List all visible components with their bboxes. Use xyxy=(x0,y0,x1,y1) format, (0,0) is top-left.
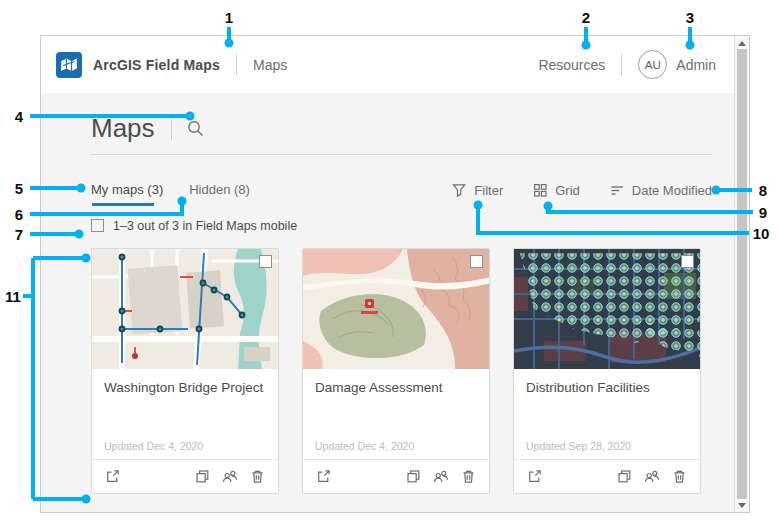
tab-my-maps[interactable]: My maps (3) xyxy=(91,182,163,206)
card-footer xyxy=(514,459,700,493)
nav-item-resources[interactable]: Resources xyxy=(538,57,605,73)
share-map-button[interactable] xyxy=(433,469,449,484)
callout-2: 2 xyxy=(582,9,590,26)
sort-button[interactable]: Date Modified xyxy=(610,183,712,204)
card-title: Damage Assessment xyxy=(315,380,477,395)
callout-9: 9 xyxy=(759,204,767,221)
map-card-washington-bridge[interactable]: Washington Bridge Project Updated Dec 4,… xyxy=(91,248,279,494)
share-group-icon xyxy=(433,469,449,484)
share-group-icon xyxy=(222,469,238,484)
map-thumbnail[interactable] xyxy=(514,249,700,369)
map-cards-grid: Washington Bridge Project Updated Dec 4,… xyxy=(91,248,712,494)
card-footer xyxy=(303,459,489,493)
search-icon[interactable] xyxy=(187,120,204,137)
terrain-map-thumbnail-art xyxy=(303,249,489,369)
duplicate-map-button[interactable] xyxy=(195,469,210,484)
navbar-divider-2 xyxy=(621,54,622,76)
grid-icon xyxy=(533,183,548,198)
scroll-up-arrow[interactable] xyxy=(735,37,749,49)
field-maps-window: ArcGIS Field Maps Maps Resources AU Admi… xyxy=(40,35,750,513)
callout-10: 10 xyxy=(753,225,770,242)
app-area: ArcGIS Field Maps Maps Resources AU Admi… xyxy=(41,36,734,512)
callout-3: 3 xyxy=(686,9,694,26)
trash-icon xyxy=(461,469,476,484)
street-map-thumbnail-art xyxy=(92,249,278,369)
top-navbar: ArcGIS Field Maps Maps Resources AU Admi… xyxy=(41,36,734,93)
active-tab-indicator xyxy=(92,203,154,206)
delete-map-button[interactable] xyxy=(250,469,265,484)
duplicate-icon xyxy=(195,469,210,484)
scroll-down-arrow[interactable] xyxy=(735,499,749,511)
sort-label: Date Modified xyxy=(632,183,712,198)
callout-1: 1 xyxy=(225,9,233,26)
card-updated-date: Updated Dec 4, 2020 xyxy=(104,440,203,452)
user-name[interactable]: Admin xyxy=(676,57,716,73)
tabs-row: My maps (3) Hidden (8) Filter xyxy=(91,182,712,206)
card-body: Damage Assessment Updated Dec 4, 2020 xyxy=(303,369,489,459)
card-body: Washington Bridge Project Updated Dec 4,… xyxy=(92,369,278,459)
card-title: Distribution Facilities xyxy=(526,380,688,395)
duplicate-icon xyxy=(406,469,421,484)
delete-map-button[interactable] xyxy=(461,469,476,484)
open-map-button[interactable] xyxy=(527,469,542,484)
map-card-distribution-facilities[interactable]: Distribution Facilities Updated Sep 28, … xyxy=(513,248,701,494)
tab-hidden[interactable]: Hidden (8) xyxy=(189,182,250,206)
trash-icon xyxy=(250,469,265,484)
user-avatar[interactable]: AU xyxy=(638,50,667,79)
title-divider xyxy=(171,116,172,140)
selection-row: 1–3 out of 3 in Field Maps mobile xyxy=(91,219,712,233)
page-title: Maps xyxy=(91,114,155,143)
dark-map-thumbnail-art xyxy=(514,249,700,369)
arcgis-field-maps-logo-icon xyxy=(56,52,82,78)
map-thumbnail[interactable] xyxy=(303,249,489,369)
select-all-checkbox[interactable] xyxy=(91,219,104,232)
callout-6: 6 xyxy=(15,206,23,223)
share-map-button[interactable] xyxy=(644,469,660,484)
card-checkbox[interactable] xyxy=(470,255,483,268)
card-updated-date: Updated Sep 28, 2020 xyxy=(526,440,631,452)
tab-hidden-label: Hidden (8) xyxy=(189,182,250,197)
grid-label: Grid xyxy=(555,183,580,198)
vertical-scrollbar[interactable] xyxy=(734,36,749,512)
share-map-button[interactable] xyxy=(222,469,238,484)
open-icon xyxy=(105,469,120,484)
open-map-button[interactable] xyxy=(105,469,120,484)
card-title: Washington Bridge Project xyxy=(104,380,266,395)
card-checkbox[interactable] xyxy=(259,255,272,268)
filter-icon xyxy=(452,183,467,198)
duplicate-icon xyxy=(617,469,632,484)
card-footer xyxy=(92,459,278,493)
page-header: Maps xyxy=(91,93,712,155)
scrollbar-thumb[interactable] xyxy=(737,49,747,499)
open-icon xyxy=(527,469,542,484)
nav-item-maps[interactable]: Maps xyxy=(253,57,287,73)
map-thumbnail[interactable] xyxy=(92,249,278,369)
filter-label: Filter xyxy=(474,183,503,198)
sort-icon xyxy=(610,183,625,198)
selection-label: 1–3 out of 3 in Field Maps mobile xyxy=(113,219,297,233)
duplicate-map-button[interactable] xyxy=(617,469,632,484)
duplicate-map-button[interactable] xyxy=(406,469,421,484)
grid-view-button[interactable]: Grid xyxy=(533,183,580,204)
callout-11: 11 xyxy=(5,288,21,305)
brand-title: ArcGIS Field Maps xyxy=(93,57,220,73)
filter-button[interactable]: Filter xyxy=(452,183,503,204)
trash-icon xyxy=(672,469,687,484)
open-map-button[interactable] xyxy=(316,469,331,484)
callout-8: 8 xyxy=(759,182,767,199)
tab-my-maps-label: My maps (3) xyxy=(91,182,163,197)
card-body: Distribution Facilities Updated Sep 28, … xyxy=(514,369,700,459)
share-group-icon xyxy=(644,469,660,484)
card-checkbox[interactable] xyxy=(681,255,694,268)
callout-4: 4 xyxy=(15,108,23,125)
delete-map-button[interactable] xyxy=(672,469,687,484)
screenshot-stage: ArcGIS Field Maps Maps Resources AU Admi… xyxy=(0,0,778,520)
map-card-damage-assessment[interactable]: Damage Assessment Updated Dec 4, 2020 xyxy=(302,248,490,494)
navbar-divider xyxy=(236,54,237,76)
content-area: Maps My maps (3) Hidden (8) xyxy=(41,93,734,512)
card-updated-date: Updated Dec 4, 2020 xyxy=(315,440,414,452)
callout-7: 7 xyxy=(15,226,23,243)
open-icon xyxy=(316,469,331,484)
callout-5: 5 xyxy=(15,180,23,197)
